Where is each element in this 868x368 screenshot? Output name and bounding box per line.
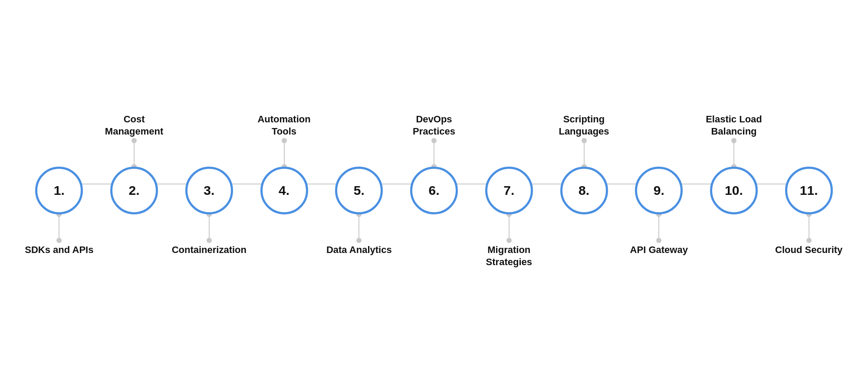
bottom-connector-1	[59, 214, 59, 240]
circle-9[interactable]: 9.	[635, 167, 683, 214]
bottom-label-text-11: Cloud Security	[775, 244, 842, 256]
circle-10[interactable]: 10.	[710, 167, 758, 214]
circle-1[interactable]: 1.	[35, 167, 83, 214]
circle-number-8: 8.	[579, 183, 589, 198]
top-connector-6	[434, 141, 434, 167]
circle-2[interactable]: 2.	[110, 167, 158, 214]
circle-5[interactable]: 5.	[335, 167, 383, 214]
bottom-label-text-1: SDKs and APIs	[25, 244, 93, 256]
top-connector-10	[733, 141, 734, 167]
bottom-label-7: MigrationStrategies	[486, 240, 532, 297]
timeline-node-10: Elastic LoadBalancing10.	[697, 71, 772, 297]
bottom-connector-3	[209, 214, 210, 240]
top-label-4: AutomationTools	[257, 71, 310, 141]
timeline-node-8: ScriptingLanguages8.	[546, 71, 621, 297]
bottom-label-9: API Gateway	[630, 240, 688, 297]
timeline-node-6: DevOpsPractices6.	[397, 71, 472, 297]
bottom-label-text-3: Containerization	[172, 244, 247, 256]
top-label-text-4: AutomationTools	[257, 113, 310, 137]
top-label-6: DevOpsPractices	[413, 71, 455, 141]
top-connector-2	[134, 141, 135, 167]
top-label-8: ScriptingLanguages	[559, 71, 609, 141]
circle-number-10: 10.	[725, 183, 743, 198]
timeline-node-9: 9.API Gateway	[621, 71, 697, 297]
bottom-connector-11	[809, 214, 809, 240]
timeline-node-11: 11.Cloud Security	[771, 71, 846, 297]
timeline-node-7: 7.MigrationStrategies	[471, 71, 546, 297]
circle-number-7: 7.	[503, 183, 514, 198]
top-label-text-8: ScriptingLanguages	[559, 113, 609, 137]
bottom-connector-9	[658, 214, 659, 240]
circle-7[interactable]: 7.	[485, 167, 533, 214]
bottom-label-5: Data Analytics	[326, 240, 392, 297]
top-label-text-10: Elastic LoadBalancing	[706, 113, 762, 137]
timeline-node-1: 1.SDKs and APIs	[22, 71, 97, 297]
top-connector-8	[584, 141, 585, 167]
circle-number-4: 4.	[279, 183, 289, 198]
bottom-connector-7	[509, 214, 510, 240]
circle-8[interactable]: 8.	[560, 167, 608, 214]
circle-number-11: 11.	[800, 183, 818, 198]
timeline-node-4: AutomationTools4.	[247, 71, 322, 297]
bottom-label-text-5: Data Analytics	[326, 244, 392, 256]
bottom-connector-5	[358, 214, 359, 240]
bottom-label-11: Cloud Security	[775, 240, 842, 297]
circle-number-1: 1.	[54, 183, 65, 198]
bottom-label-1: SDKs and APIs	[25, 240, 93, 297]
circle-number-5: 5.	[354, 183, 365, 198]
top-label-2: CostManagement	[105, 71, 163, 141]
bottom-label-text-9: API Gateway	[630, 244, 688, 256]
circles-row: 1.SDKs and APIsCostManagement2.3.Contain…	[22, 71, 846, 297]
circle-number-6: 6.	[429, 183, 440, 198]
timeline-node-5: 5.Data Analytics	[322, 71, 397, 297]
circle-3[interactable]: 3.	[185, 167, 233, 214]
circle-number-3: 3.	[204, 183, 214, 198]
timeline-node-3: 3.Containerization	[171, 71, 247, 297]
bottom-label-3: Containerization	[172, 240, 247, 297]
timeline-container: 1.SDKs and APIsCostManagement2.3.Contain…	[22, 32, 846, 336]
circle-4[interactable]: 4.	[260, 167, 308, 214]
timeline-node-2: CostManagement2.	[97, 71, 172, 297]
circle-number-9: 9.	[654, 183, 664, 198]
bottom-label-text-7: MigrationStrategies	[486, 244, 532, 268]
circle-11[interactable]: 11.	[785, 167, 833, 214]
top-label-10: Elastic LoadBalancing	[706, 71, 762, 141]
top-connector-4	[284, 141, 285, 167]
circle-6[interactable]: 6.	[410, 167, 458, 214]
circle-number-2: 2.	[129, 183, 140, 198]
top-label-text-2: CostManagement	[105, 113, 163, 137]
top-label-text-6: DevOpsPractices	[413, 113, 455, 137]
